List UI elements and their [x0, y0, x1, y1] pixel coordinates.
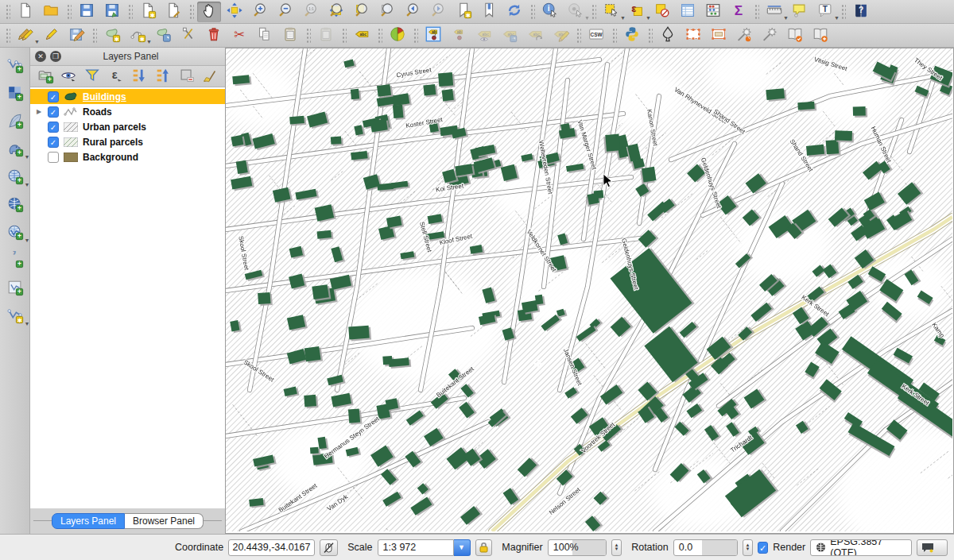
field-calculator-button[interactable]	[701, 2, 725, 22]
add-postgis-layer-button[interactable]: +▼	[2, 137, 28, 161]
zoom-next-button[interactable]	[426, 2, 450, 22]
add-spatialite-layer-button[interactable]: +▼	[2, 165, 28, 189]
remove-layer-button[interactable]	[176, 68, 197, 86]
expander-icon[interactable]: ▶	[35, 108, 43, 115]
new-bookmark-button[interactable]: ✱	[452, 2, 475, 22]
crs-status-button[interactable]: EPSG:3857 (OTF)	[810, 539, 912, 556]
new-shapefile-layer-button[interactable]: +	[2, 276, 28, 300]
clean-style-button[interactable]	[200, 68, 220, 86]
open-attribute-table-button[interactable]	[676, 2, 700, 22]
scale-combo[interactable]: 1:3 972 ▼	[378, 539, 471, 556]
zoom-last-button[interactable]	[401, 2, 425, 22]
filter-legend-expression-button[interactable]: ε	[106, 68, 126, 86]
map-canvas[interactable]: Cyrus StreetKoster StreetKoi StreetKloof…	[226, 48, 954, 534]
layer-item-rural-parcels[interactable]: ✓Rural parcels	[30, 134, 225, 149]
zoom-to-layer-button[interactable]	[375, 2, 399, 22]
layer-checkbox[interactable]	[48, 152, 59, 163]
label-toolbar-button[interactable]: abc	[350, 25, 374, 46]
paste-special-button[interactable]	[314, 25, 338, 46]
change-label-button[interactable]: abc	[549, 25, 572, 46]
collapse-all-button[interactable]	[153, 68, 173, 86]
zoom-in-button[interactable]	[248, 2, 272, 22]
add-feature-button[interactable]: ✱	[100, 25, 124, 46]
composer-manager-button[interactable]	[161, 2, 185, 22]
zoom-out-button[interactable]	[273, 2, 297, 22]
mouse-extent-toggle[interactable]	[320, 539, 338, 556]
scale-value[interactable]: 1:3 972	[378, 539, 454, 556]
layer-styling-button[interactable]	[386, 25, 409, 46]
new-project-button[interactable]	[14, 2, 37, 22]
layer-checkbox[interactable]: ✓	[48, 122, 59, 133]
render-checkbox[interactable]: ✓	[758, 542, 768, 554]
expand-all-button[interactable]	[129, 68, 149, 86]
layer-checkbox[interactable]: ✓	[48, 137, 59, 148]
layer-item-buildings[interactable]: ✓Buildings	[30, 89, 225, 104]
zoom-native-button[interactable]: 1:1	[299, 2, 323, 22]
add-oracle-layer-button[interactable]: ’+	[2, 249, 28, 272]
add-raster-layer-button[interactable]: +	[2, 82, 28, 106]
run-feature-action-button[interactable]: ▼	[564, 2, 588, 22]
move-feature-button[interactable]	[151, 25, 175, 46]
manage-layer-visibility-button[interactable]	[58, 68, 79, 86]
layer-item-background[interactable]: Background	[30, 149, 225, 164]
magnifier-spinner[interactable]: ▲▼	[611, 539, 622, 556]
current-edits-button[interactable]: ▼	[14, 25, 37, 46]
tab-layers-panel[interactable]: Layers Panel	[52, 513, 125, 529]
layer-item-urban-parcels[interactable]: ✓Urban parcels	[30, 119, 225, 134]
text-annotation-button[interactable]: T▼	[813, 2, 837, 22]
csw-metasearch-button[interactable]: CSW	[584, 25, 608, 46]
osm-add-button[interactable]	[809, 25, 832, 46]
copy-features-button[interactable]	[253, 25, 277, 46]
deselect-features-button[interactable]	[650, 2, 674, 22]
messages-button[interactable]	[917, 539, 948, 556]
north-arrow-button[interactable]	[656, 25, 680, 46]
refresh-map-button[interactable]	[502, 2, 526, 22]
new-print-composer-button[interactable]: ✱	[136, 2, 160, 22]
add-wfs-layer-button[interactable]: +▼	[2, 221, 28, 245]
show-statistics-button[interactable]: Σ	[727, 2, 750, 22]
scale-dropdown-button[interactable]: ▼	[454, 539, 471, 556]
help-contents-button[interactable]: ?	[849, 2, 873, 22]
save-layer-edits-button[interactable]	[64, 25, 88, 46]
processing-wand-button[interactable]	[758, 25, 781, 46]
new-layer-button[interactable]: ✱▼	[2, 304, 28, 328]
pan-to-selection-button[interactable]	[223, 2, 246, 22]
map-tips-button[interactable]	[788, 2, 812, 22]
add-delimited-text-button[interactable]: +	[2, 110, 28, 133]
extent-label-rectangle-button[interactable]	[707, 25, 731, 46]
coordinate-input[interactable]: 20.4439,-34.0167	[228, 539, 315, 556]
open-project-button[interactable]	[39, 2, 63, 22]
processing-wand-run-button[interactable]	[732, 25, 756, 46]
delete-selected-button[interactable]	[202, 25, 226, 46]
add-group-button[interactable]: +	[35, 68, 56, 86]
scale-lock-button[interactable]	[475, 539, 493, 556]
rotation-spinner[interactable]: ▲▼	[743, 539, 753, 556]
highlight-pinned-labels-button[interactable]: abc	[472, 25, 496, 46]
extent-rectangle-button[interactable]	[681, 25, 705, 46]
toggle-editing-button[interactable]	[39, 25, 63, 46]
tab-browser-panel[interactable]: Browser Panel	[125, 513, 204, 529]
cut-features-button[interactable]: ✂	[227, 25, 251, 46]
save-project-as-button[interactable]	[100, 2, 124, 22]
move-label-button[interactable]: abc	[498, 25, 522, 46]
pan-map-button[interactable]	[197, 2, 221, 22]
layer-item-roads[interactable]: ▶✓Roads	[30, 104, 225, 119]
layer-labeling-options-button[interactable]: ab	[421, 25, 445, 46]
float-panel-button[interactable]: ❐	[50, 51, 61, 62]
magnifier-input[interactable]: 100%	[548, 539, 607, 556]
select-features-button[interactable]: ▼	[599, 2, 623, 22]
zoom-full-button[interactable]	[324, 2, 348, 22]
measure-button[interactable]: ▼	[762, 2, 786, 22]
rotate-label-button[interactable]: abc	[523, 25, 547, 46]
python-console-button[interactable]	[620, 25, 644, 46]
layer-checkbox[interactable]: ✓	[48, 106, 59, 118]
add-circular-string-button[interactable]: ✱▼	[126, 25, 149, 46]
paste-features-button[interactable]	[278, 25, 302, 46]
layer-checkbox[interactable]: ✓	[48, 91, 59, 102]
rotation-input[interactable]: 0.0	[673, 539, 738, 556]
filter-legend-button[interactable]	[82, 68, 103, 86]
add-wms-layer-button[interactable]: +	[2, 193, 28, 217]
node-tool-button[interactable]	[176, 25, 200, 46]
save-project-button[interactable]	[75, 2, 99, 22]
add-vector-layer-button[interactable]: +	[2, 54, 28, 78]
